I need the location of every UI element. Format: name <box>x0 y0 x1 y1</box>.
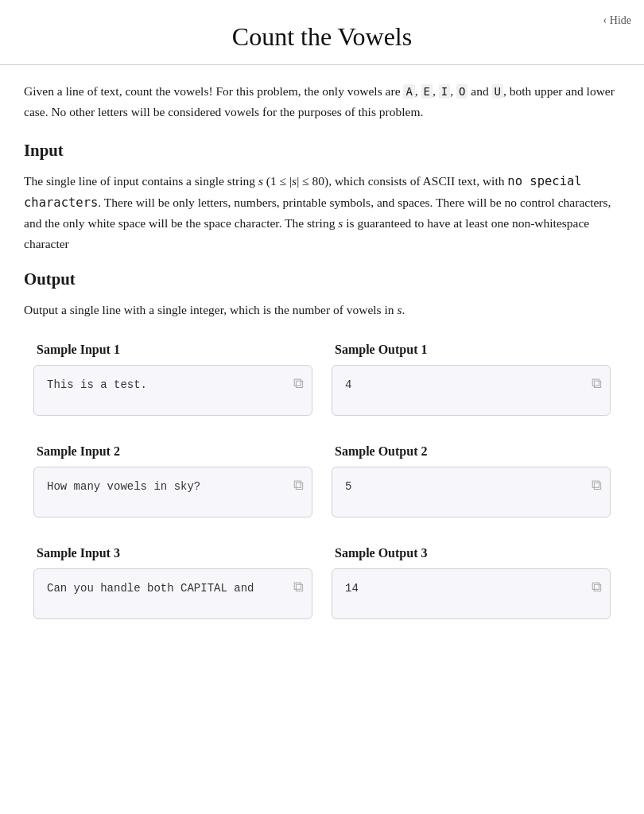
sample-output-box-1: 4⧉ <box>332 365 611 416</box>
sample-output-copy-1[interactable]: ⧉ <box>592 374 602 395</box>
samples-container: Sample Input 1This is a test.⧉Sample Out… <box>24 336 620 642</box>
vowel-code-U: U <box>492 84 503 99</box>
problem-description: Given a line of text, count the vowels! … <box>24 81 620 122</box>
page-title: Count the Vowels <box>0 0 644 64</box>
vowel-code-A: A <box>403 84 414 99</box>
sample-input-box-1: This is a test.⧉ <box>33 365 312 416</box>
output-section: Output Output a single line with a singl… <box>24 269 620 320</box>
sample-input-label-3: Sample Input 3 <box>24 540 322 568</box>
vowel-code-O: O <box>456 84 467 99</box>
output-heading: Output <box>24 269 620 289</box>
vowel-code-I: I <box>439 84 450 99</box>
sample-input-copy-2[interactable]: ⧉ <box>293 475 304 497</box>
output-description: Output a single line with a single integ… <box>24 300 620 320</box>
input-section: Input The single line of input contains … <box>24 141 620 254</box>
sample-output-col-3: Sample Output 314⧉ <box>322 540 620 635</box>
sample-input-box-2: How many vowels in sky?⧉ <box>33 467 312 517</box>
main-content: Given a line of text, count the vowels! … <box>0 81 644 665</box>
divider <box>0 64 644 65</box>
input-description: The single line of input contains a sing… <box>24 171 620 254</box>
sample-output-box-3: 14⧉ <box>332 568 611 619</box>
no-special: no special characters <box>24 174 582 210</box>
sample-output-copy-2[interactable]: ⧉ <box>592 475 602 497</box>
sample-input-copy-1[interactable]: ⧉ <box>293 374 304 395</box>
sample-input-copy-3[interactable]: ⧉ <box>293 577 304 599</box>
sample-input-col-3: Sample Input 3Can you handle both CAPITA… <box>24 540 322 635</box>
vowel-code-E: E <box>421 84 433 99</box>
sample-output-col-2: Sample Output 25⧉ <box>322 438 620 533</box>
sample-input-box-3: Can you handle both CAPITAL and⧉ <box>33 568 312 619</box>
sample-output-label-3: Sample Output 3 <box>322 540 620 568</box>
sample-pair-1: Sample Input 1This is a test.⧉Sample Out… <box>24 336 620 432</box>
hide-button[interactable]: Hide <box>603 14 631 27</box>
sample-pair-3: Sample Input 3Can you handle both CAPITA… <box>24 540 620 635</box>
sample-input-label-2: Sample Input 2 <box>24 438 322 467</box>
sample-output-box-2: 5⧉ <box>332 467 611 517</box>
input-heading: Input <box>24 141 620 160</box>
sample-input-col-2: Sample Input 2How many vowels in sky?⧉ <box>24 438 322 533</box>
sample-output-label-1: Sample Output 1 <box>322 336 620 365</box>
sample-pair-2: Sample Input 2How many vowels in sky?⧉Sa… <box>24 438 620 533</box>
sample-input-col-1: Sample Input 1This is a test.⧉ <box>24 336 322 432</box>
sample-output-col-1: Sample Output 14⧉ <box>322 336 620 432</box>
sample-input-label-1: Sample Input 1 <box>24 336 322 365</box>
sample-output-label-2: Sample Output 2 <box>322 438 620 467</box>
sample-output-copy-3[interactable]: ⧉ <box>592 577 602 599</box>
